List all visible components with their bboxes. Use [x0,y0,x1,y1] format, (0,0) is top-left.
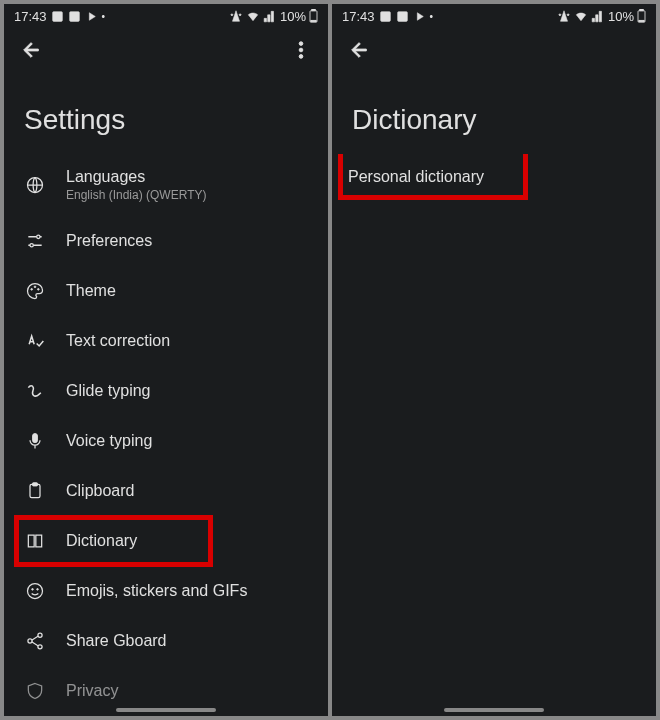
item-sublabel: English (India) (QWERTY) [66,188,206,202]
vibrate-icon [557,9,571,23]
svg-rect-0 [52,11,62,21]
sliders-icon [24,230,46,252]
svg-rect-23 [380,11,390,21]
list-item-clipboard[interactable]: Clipboard [4,466,328,516]
list-item-languages[interactable]: Languages English (India) (QWERTY) [4,154,328,216]
svg-point-22 [38,645,42,649]
share-icon [24,630,46,652]
list-item-dictionary[interactable]: Dictionary [4,516,328,566]
page-title: Dictionary [332,76,656,154]
svg-point-6 [299,48,303,52]
svg-point-10 [30,244,33,247]
nav-indicator[interactable] [116,708,216,712]
book-icon [24,530,46,552]
list-item-personal-dictionary[interactable]: Personal dictionary [332,154,656,200]
status-bar: 17:43 • 10% [332,4,656,28]
svg-point-11 [31,289,33,291]
svg-rect-14 [33,434,38,443]
item-label: Preferences [66,232,152,250]
battery-text: 10% [280,9,306,24]
status-time: 17:43 [342,9,375,24]
svg-point-9 [37,235,40,238]
item-label: Theme [66,282,116,300]
dictionary-list: Personal dictionary [332,154,656,716]
globe-icon [24,174,46,196]
item-label: Personal dictionary [348,168,484,186]
svg-point-17 [28,584,43,599]
toolbar [332,28,656,76]
list-item-text-correction[interactable]: Text correction [4,316,328,366]
svg-rect-26 [640,9,644,11]
item-label: Emojis, stickers and GIFs [66,582,247,600]
gesture-icon [24,380,46,402]
battery-icon [637,9,646,23]
page-title: Settings [4,76,328,154]
item-label: Voice typing [66,432,152,450]
svg-point-5 [299,42,303,46]
check-icon [68,10,81,23]
signal-icon [591,9,605,23]
svg-rect-3 [312,9,316,11]
list-item-glide-typing[interactable]: Glide typing [4,366,328,416]
wifi-icon [574,9,588,23]
status-time: 17:43 [14,9,47,24]
list-item-theme[interactable]: Theme [4,266,328,316]
svg-rect-4 [311,20,316,21]
more-button[interactable] [290,39,312,65]
item-label: Share Gboard [66,632,167,650]
play-icon [413,10,426,23]
spellcheck-icon [24,330,46,352]
item-label: Dictionary [66,532,137,550]
back-button[interactable] [348,39,370,65]
palette-icon [24,280,46,302]
back-button[interactable] [20,39,42,65]
wifi-icon [246,9,260,23]
nav-indicator[interactable] [444,708,544,712]
shield-icon [24,680,46,702]
item-label: Text correction [66,332,170,350]
item-label: Clipboard [66,482,134,500]
vibrate-icon [229,9,243,23]
dot-icon: • [430,11,434,22]
svg-point-13 [38,289,40,291]
list-item-emojis[interactable]: Emojis, stickers and GIFs [4,566,328,616]
image-icon [51,10,64,23]
svg-rect-27 [639,20,644,21]
check-icon [396,10,409,23]
status-bar: 17:43 • 10% [4,4,328,28]
image-icon [379,10,392,23]
svg-point-7 [299,55,303,59]
item-label: Glide typing [66,382,151,400]
mic-icon [24,430,46,452]
emoji-icon [24,580,46,602]
list-item-share[interactable]: Share Gboard [4,616,328,666]
toolbar [4,28,328,76]
svg-rect-24 [397,11,407,21]
battery-icon [309,9,318,23]
clipboard-icon [24,480,46,502]
svg-point-18 [32,589,34,591]
dot-icon: • [102,11,106,22]
list-item-preferences[interactable]: Preferences [4,216,328,266]
list-item-voice-typing[interactable]: Voice typing [4,416,328,466]
svg-rect-1 [69,11,79,21]
signal-icon [263,9,277,23]
settings-list: Languages English (India) (QWERTY) Prefe… [4,154,328,716]
svg-rect-16 [33,483,38,486]
phone-left: 17:43 • 10% Settings Languages English (… [4,4,328,716]
phone-right: 17:43 • 10% Dictionary Personal dictiona… [332,4,656,716]
svg-point-20 [38,633,42,637]
item-label: Privacy [66,682,118,700]
svg-point-21 [28,639,32,643]
battery-text: 10% [608,9,634,24]
item-label: Languages [66,168,206,186]
svg-point-12 [34,286,36,288]
play-icon [85,10,98,23]
svg-point-19 [37,589,39,591]
